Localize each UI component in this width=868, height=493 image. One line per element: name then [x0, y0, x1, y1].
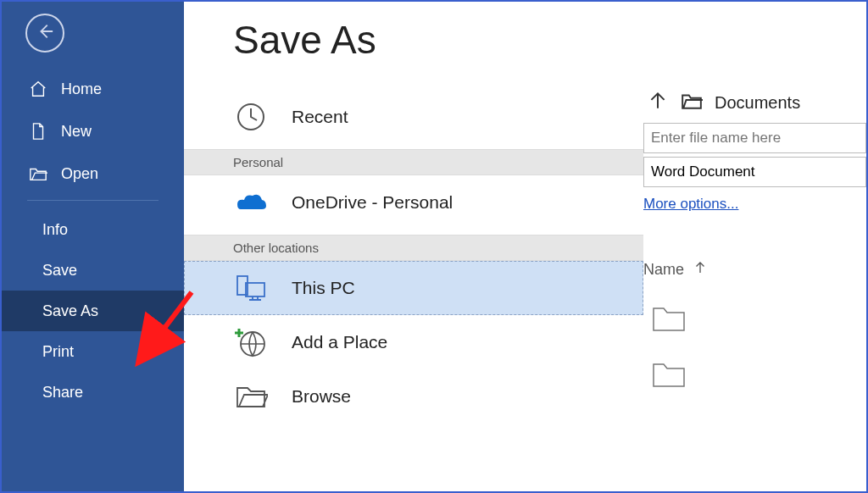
nav-item-share[interactable]: Share — [2, 372, 184, 413]
save-as-right-panel: Documents Word Document More options... … — [643, 2, 866, 491]
filetype-select[interactable]: Word Document — [643, 157, 866, 187]
nav-item-new[interactable]: New — [2, 110, 184, 152]
save-as-center-panel: Save As Recent Personal OneDrive - Perso… — [184, 2, 643, 491]
location-label: Add a Place — [292, 332, 387, 352]
nav-label: New — [61, 123, 92, 141]
column-header-name[interactable]: Name — [643, 260, 866, 280]
nav-item-info[interactable]: Info — [2, 209, 184, 250]
nav-label: Save As — [42, 302, 98, 320]
nav-label: Share — [42, 384, 83, 402]
browse-folder-icon — [234, 379, 268, 413]
up-arrow-icon[interactable] — [647, 90, 669, 116]
nav-label: Print — [42, 343, 74, 361]
nav-item-home[interactable]: Home — [2, 68, 184, 110]
nav-label: Info — [42, 221, 68, 239]
section-header-personal: Personal — [184, 149, 643, 175]
location-label: Browse — [292, 386, 351, 407]
location-recent[interactable]: Recent — [184, 90, 643, 144]
folder-icon — [681, 90, 703, 116]
new-doc-icon — [29, 122, 47, 141]
nav-item-save[interactable]: Save — [2, 250, 184, 291]
open-folder-icon — [29, 164, 47, 183]
home-icon — [29, 80, 47, 98]
more-options-link[interactable]: More options... — [643, 196, 866, 213]
nav-item-open[interactable]: Open — [2, 152, 184, 195]
sort-asc-icon — [693, 260, 708, 280]
location-browse[interactable]: Browse — [184, 369, 643, 424]
onedrive-icon — [234, 186, 268, 219]
backstage-frame: Home New Open Info Save Save As Print Sh… — [0, 0, 868, 493]
nav-item-print[interactable]: Print — [2, 331, 184, 372]
nav-item-save-as[interactable]: Save As — [2, 291, 184, 331]
back-button[interactable] — [25, 14, 64, 53]
breadcrumb[interactable]: Documents — [643, 90, 866, 116]
nav-divider — [27, 200, 159, 201]
add-place-icon — [234, 325, 268, 359]
back-arrow-icon — [36, 22, 54, 44]
filetype-value: Word Document — [651, 163, 755, 180]
this-pc-icon — [234, 271, 268, 305]
nav-label: Open — [61, 165, 98, 183]
backstage-sidebar: Home New Open Info Save Save As Print Sh… — [2, 2, 184, 491]
section-header-other: Other locations — [184, 235, 643, 261]
folder-icon — [652, 376, 686, 391]
page-title: Save As — [184, 2, 643, 68]
column-label: Name — [643, 261, 684, 279]
folder-icon — [652, 320, 686, 335]
location-label: OneDrive - Personal — [292, 192, 453, 213]
svg-rect-2 — [246, 283, 264, 296]
recent-icon — [234, 100, 268, 134]
location-label: Recent — [292, 107, 348, 127]
breadcrumb-label: Documents — [715, 93, 800, 113]
location-add-place[interactable]: Add a Place — [184, 315, 643, 369]
nav-label: Save — [42, 262, 77, 280]
filename-input[interactable] — [643, 123, 866, 153]
location-onedrive[interactable]: OneDrive - Personal — [184, 175, 643, 230]
nav-label: Home — [61, 80, 102, 98]
location-this-pc[interactable]: This PC — [184, 261, 643, 315]
folder-item[interactable] — [643, 305, 866, 335]
folder-item[interactable] — [643, 361, 866, 391]
locations-list: Recent Personal OneDrive - Personal Othe… — [184, 90, 643, 424]
location-label: This PC — [292, 278, 355, 298]
filename-row — [643, 123, 866, 153]
